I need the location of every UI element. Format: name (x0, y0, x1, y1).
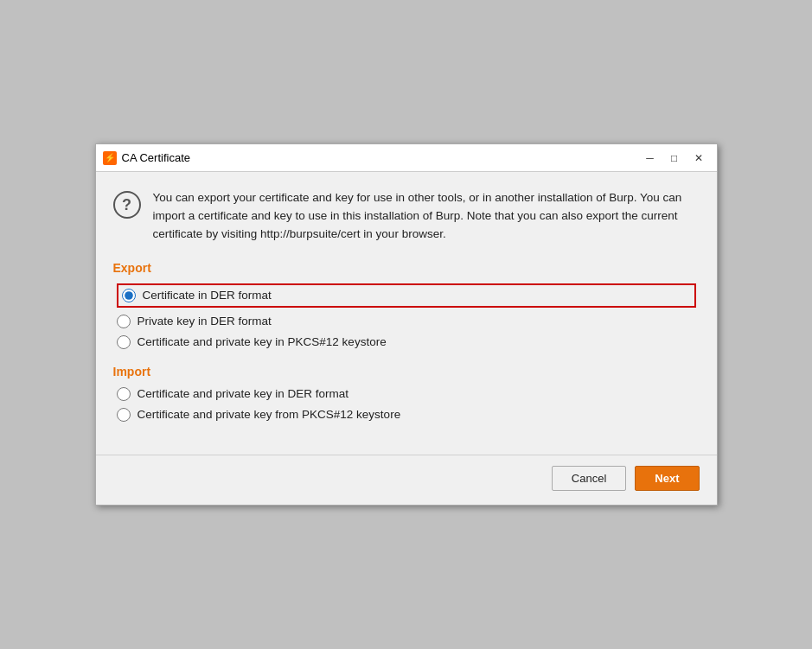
import-label: Import (113, 365, 696, 379)
import-radio-group: Certificate and private key in DER forma… (117, 387, 696, 422)
radio-import-der[interactable] (117, 387, 131, 401)
import-option-der[interactable]: Certificate and private key in DER forma… (117, 387, 696, 401)
import-option-pkcs12-label: Certificate and private key from PKCS#12… (137, 408, 401, 421)
export-option-cert-pkcs12[interactable]: Certificate and private key in PKCS#12 k… (117, 335, 696, 349)
radio-cert-pkcs12[interactable] (117, 335, 131, 349)
title-bar: ⚡ CA Certificate ─ □ ✕ (96, 144, 717, 172)
dialog-content: ? You can export your certificate and ke… (96, 172, 717, 455)
ca-certificate-dialog: ⚡ CA Certificate ─ □ ✕ ? You can export … (95, 143, 718, 506)
close-button[interactable]: ✕ (687, 150, 710, 167)
info-text: You can export your certificate and key … (153, 189, 696, 244)
export-option-key-der-label: Private key in DER format (137, 315, 272, 328)
radio-key-der[interactable] (117, 315, 131, 328)
export-section: Export Certificate in DER format Private… (113, 261, 696, 349)
window-title: CA Certificate (122, 151, 190, 164)
cancel-button[interactable]: Cancel (552, 466, 626, 491)
import-option-der-label: Certificate and private key in DER forma… (137, 387, 349, 400)
maximize-button[interactable]: □ (663, 150, 686, 167)
export-radio-group: Certificate in DER format Private key in… (117, 283, 696, 349)
next-button[interactable]: Next (635, 466, 699, 491)
minimize-button[interactable]: ─ (639, 150, 662, 167)
export-option-key-der[interactable]: Private key in DER format (117, 315, 696, 328)
title-bar-left: ⚡ CA Certificate (103, 151, 190, 165)
import-section: Import Certificate and private key in DE… (113, 365, 696, 422)
export-option-cert-der-label: Certificate in DER format (143, 289, 272, 302)
export-label: Export (113, 261, 696, 275)
title-bar-controls: ─ □ ✕ (639, 150, 710, 167)
radio-import-pkcs12[interactable] (117, 408, 131, 422)
import-option-pkcs12[interactable]: Certificate and private key from PKCS#12… (117, 408, 696, 422)
export-option-cert-pkcs12-label: Certificate and private key in PKCS#12 k… (137, 335, 387, 348)
dialog-footer: Cancel Next (96, 455, 717, 505)
info-row: ? You can export your certificate and ke… (113, 189, 696, 244)
radio-cert-der[interactable] (122, 289, 136, 302)
export-option-cert-der[interactable]: Certificate in DER format (117, 283, 696, 308)
info-icon: ? (113, 191, 141, 219)
app-icon: ⚡ (103, 151, 117, 165)
